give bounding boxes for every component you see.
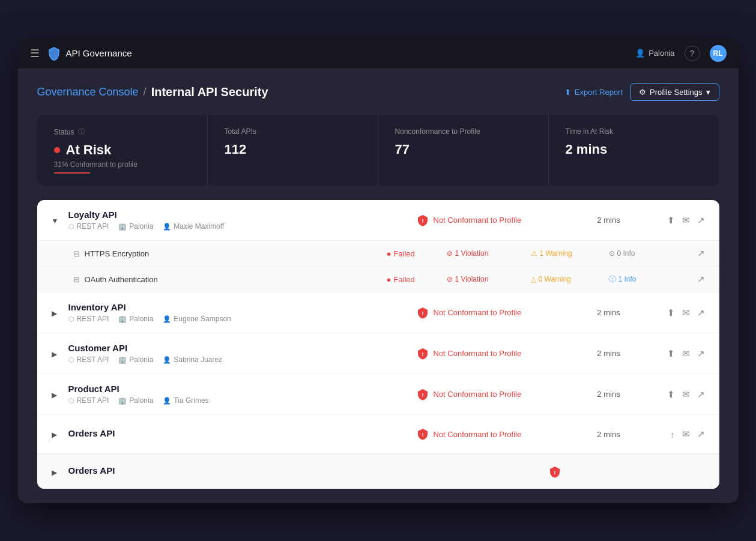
at-risk-underline (54, 172, 90, 174)
warning-icon: ⚠ (531, 249, 537, 258)
main-content: Governance Console / Internal API Securi… (18, 69, 739, 503)
chevron-down-icon[interactable]: ▼ (52, 217, 59, 225)
brand-logo: API Governance (47, 46, 132, 61)
total-apis-label: Total APIs (225, 127, 256, 136)
api-name-loyalty: Loyalty API (68, 210, 417, 220)
product-type-label: REST API (77, 396, 109, 405)
product-owner-label: Tia Grimes (174, 396, 208, 405)
chevron-right-icon[interactable]: ▶ (52, 391, 57, 399)
status-label: Status (54, 128, 74, 136)
loyalty-owner: 👤 Maxie Maximoff (163, 222, 224, 231)
https-warning-count: 1 Warning (540, 249, 572, 258)
at-risk-dot (54, 147, 60, 153)
org-icon: 🏢 (118, 223, 127, 231)
oauth-rule-name: OAuth Authentication (85, 275, 158, 284)
api-table-card: ▼ Loyalty API ⬡ REST API 🏢 Palonia (37, 200, 719, 489)
api-type-icon: ⬡ (68, 397, 74, 405)
breadcrumb-current: Internal API Security (151, 85, 268, 99)
api-name-inventory: Inventory API (68, 302, 417, 312)
gear-icon: ⚙ (639, 88, 646, 97)
status-shield-icon: ! (549, 466, 561, 478)
api-row-product: ▶ Product API ⬡ REST API 🏢 Palonia (37, 374, 719, 415)
status-info-icon: ⓘ (78, 127, 85, 136)
mail-icon[interactable]: ✉ (682, 348, 690, 359)
profile-settings-label: Profile Settings (650, 88, 702, 97)
chevron-right-icon[interactable]: ▶ (52, 309, 57, 318)
info-circle-blue-icon: ⓘ (609, 274, 616, 285)
api-type-icon: ⬡ (68, 356, 74, 364)
chevron-right-icon[interactable]: ▶ (52, 468, 57, 477)
mail-icon[interactable]: ✉ (682, 389, 690, 400)
share-icon[interactable]: ⬆ (667, 389, 675, 400)
user-icon: 👤 (635, 49, 645, 58)
loyalty-time: 2 mins (573, 216, 645, 225)
inventory-time: 2 mins (573, 308, 645, 317)
rule-icon: ⊟ (73, 275, 80, 284)
share-icon[interactable]: ⬆ (667, 348, 675, 359)
status-shield-icon: ! (417, 348, 429, 360)
chevron-right-icon[interactable]: ▶ (52, 350, 57, 358)
orders-time: 2 mins (573, 430, 645, 439)
api-name-customer: Customer API (68, 343, 417, 353)
https-status-label: Failed (393, 249, 414, 258)
breadcrumb-link[interactable]: Governance Console (37, 86, 139, 98)
export-report-button[interactable]: ⬆ Export Report (564, 88, 623, 97)
loyalty-status: Not Conformant to Profile (434, 216, 522, 225)
product-type: ⬡ REST API (68, 396, 109, 405)
failed-dot: ● (387, 249, 392, 258)
product-status: Not Conformant to Profile (434, 390, 522, 399)
external-link-icon[interactable]: ↗ (697, 215, 705, 226)
chevron-down-icon: ▾ (706, 88, 710, 97)
chevron-right-icon[interactable]: ▶ (52, 431, 57, 439)
customer-org-label: Palonia (129, 355, 153, 364)
owner-icon: 👤 (163, 397, 171, 405)
product-owner: 👤 Tia Grimes (163, 396, 208, 405)
header-actions: ⬆ Export Report ⚙ Profile Settings ▾ (564, 83, 719, 101)
api-type-icon: ⬡ (68, 223, 74, 231)
stat-nonconformance: Nonconformance to Profile 77 (378, 115, 549, 186)
inventory-type-label: REST API (77, 315, 109, 323)
stat-time-at-risk: Time in At Risk 2 mins (549, 115, 719, 186)
external-link-icon[interactable]: ↗ (697, 248, 705, 259)
status-shield-icon: ! (417, 428, 429, 440)
external-link-icon[interactable]: ↗ (697, 274, 705, 285)
error-icon: ⊘ (447, 249, 453, 258)
share-icon[interactable]: ⬆ (667, 215, 675, 226)
https-warnings: ⚠ 1 Warning (531, 249, 572, 258)
https-info-count: 0 Info (617, 249, 635, 258)
oauth-info-count: 1 Info (618, 275, 637, 283)
mail-icon[interactable]: ✉ (682, 215, 690, 226)
external-link-icon[interactable]: ↗ (697, 307, 705, 318)
mail-icon[interactable]: ✉ (682, 307, 690, 318)
stat-total-apis: Total APIs 112 (208, 115, 378, 186)
share-icon[interactable]: ↑ (670, 429, 675, 440)
external-link-icon[interactable]: ↗ (697, 429, 705, 440)
svg-text:!: ! (422, 218, 423, 224)
inventory-type: ⬡ REST API (68, 315, 109, 323)
loyalty-type-label: REST API (77, 222, 109, 231)
hamburger-menu-icon[interactable]: ☰ (30, 47, 40, 60)
status-shield-icon: ! (417, 307, 429, 319)
profile-settings-button[interactable]: ⚙ Profile Settings ▾ (630, 83, 719, 101)
customer-status: Not Conformant to Profile (434, 349, 522, 358)
loyalty-rule-rows: ⊟ HTTPS Encryption ● Failed ⊘ (37, 240, 719, 292)
api-type-icon: ⬡ (68, 315, 74, 323)
mail-icon[interactable]: ✉ (682, 429, 690, 440)
https-violations: ⊘ 1 Violation (447, 249, 489, 258)
rule-row-https: ⊟ HTTPS Encryption ● Failed ⊘ (37, 240, 719, 266)
org-icon: 🏢 (118, 315, 127, 323)
user-avatar: RL (710, 45, 727, 62)
nav-user: 👤 Palonia (635, 49, 674, 58)
help-button[interactable]: ? (685, 46, 700, 61)
https-rule-status: ● Failed (387, 249, 447, 258)
breadcrumb: Governance Console / Internal API Securi… (37, 85, 268, 99)
product-org: 🏢 Palonia (118, 396, 153, 405)
api-row-orders: ▶ Orders API ! Not Conformant to Profile… (37, 415, 719, 454)
external-link-icon[interactable]: ↗ (697, 389, 705, 400)
share-icon[interactable]: ⬆ (667, 307, 675, 318)
stat-status: Status ⓘ At Risk 31% Conformant to profi… (37, 115, 208, 186)
external-link-icon[interactable]: ↗ (697, 348, 705, 359)
inventory-owner: 👤 Eugene Sampson (163, 315, 231, 323)
breadcrumb-row: Governance Console / Internal API Securi… (37, 83, 719, 101)
svg-text:!: ! (554, 470, 555, 476)
